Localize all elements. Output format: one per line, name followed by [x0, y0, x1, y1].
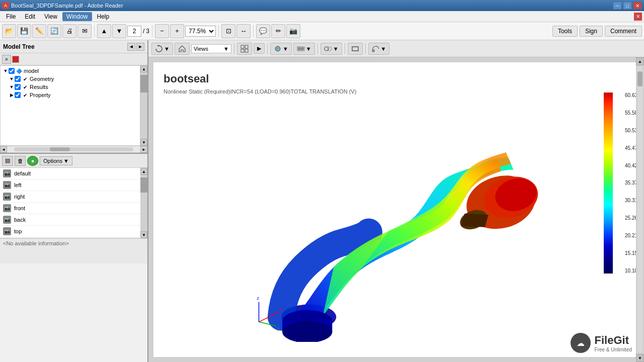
edit-button[interactable]: ✏️ — [32, 24, 46, 38]
tree-collapse-button[interactable]: ◄ — [127, 43, 135, 51]
tree-expand-geometry[interactable]: ▼ — [9, 76, 15, 82]
snapshot-button[interactable]: 📷 — [286, 24, 300, 38]
refresh-button[interactable]: 🔄 — [47, 24, 61, 38]
view-icon-right: 📷 — [3, 193, 11, 201]
rotate-tool-button[interactable]: ▼ — [151, 43, 173, 55]
rect-button[interactable] — [348, 43, 363, 55]
tree-label-model: model — [24, 68, 39, 74]
tree-item-property[interactable]: ▶ ✔ Property — [2, 91, 139, 99]
views-dropdown[interactable]: Views ▼ — [191, 44, 231, 53]
paint-button[interactable]: ▼ — [368, 43, 390, 55]
view-icon-default: 📷 — [3, 169, 11, 177]
add-view-button[interactable]: ▤ — [2, 156, 13, 166]
print-button[interactable]: 🖨 — [62, 24, 76, 38]
color-label-4: 40.424942 — [614, 163, 639, 168]
tree-item-geometry[interactable]: ▼ ✔ Geometry — [2, 75, 139, 83]
view-item-top[interactable]: 📷 top — [0, 226, 140, 237]
tree-scroll-up[interactable]: ▲ — [140, 65, 147, 72]
fit-width-button[interactable]: ↔ — [236, 24, 251, 38]
open-button[interactable]: 📂 — [2, 24, 16, 38]
svg-rect-12 — [372, 50, 374, 52]
shapes-icon — [274, 45, 282, 53]
zoom-out-button[interactable]: − — [155, 24, 169, 38]
next-page-button[interactable]: ▼ — [112, 24, 126, 38]
tools-button[interactable]: Tools — [552, 26, 578, 37]
comment-button[interactable]: 💬 — [256, 24, 270, 38]
comment-tool-button[interactable]: Comment — [605, 26, 642, 37]
scroll-right-arrow[interactable]: ► — [140, 146, 147, 153]
page-separator: / — [143, 28, 144, 35]
menu-window[interactable]: Window — [62, 12, 92, 21]
tree-scroll-down[interactable]: ▼ — [140, 139, 147, 146]
home-button[interactable] — [175, 43, 190, 55]
model-view[interactable]: x z y — [169, 93, 599, 342]
close-button[interactable]: ✕ — [633, 2, 642, 10]
menu-file[interactable]: File — [2, 12, 20, 21]
views-list-container: 📷 default 📷 left 📷 right 📷 front — [0, 168, 147, 238]
filegit-logo: ☁ — [571, 333, 591, 353]
scroll-up-button[interactable]: ▲ — [636, 57, 644, 65]
view-item-front[interactable]: 📷 front — [0, 203, 140, 214]
filter-button[interactable]: ▼ — [320, 43, 342, 55]
tree-expand-results[interactable]: ▼ — [9, 84, 15, 90]
tree-expand-button[interactable]: ► — [136, 43, 144, 51]
tree-item-results[interactable]: ▼ ✔ Results — [2, 83, 139, 91]
highlight-button[interactable]: ✏ — [271, 24, 285, 38]
zoom-select[interactable]: 77.5% 100% 125% 150% — [185, 26, 216, 37]
rotate-dropdown-icon: ▼ — [164, 46, 170, 52]
group-button[interactable]: ▼ — [293, 43, 315, 55]
views-scroll-down[interactable]: ▼ — [140, 231, 147, 238]
maximize-button[interactable]: □ — [623, 2, 632, 10]
prev-page-button[interactable]: ▲ — [97, 24, 111, 38]
tree-check-results[interactable] — [15, 84, 21, 90]
minimize-button[interactable]: ─ — [613, 2, 622, 10]
scroll-down-button[interactable]: ▼ — [636, 354, 644, 362]
view-item-left[interactable]: 📷 left — [0, 179, 140, 191]
options-dropdown[interactable]: Options ▼ — [40, 156, 72, 165]
page-number-input[interactable] — [127, 26, 141, 37]
scroll-left-arrow[interactable]: ◄ — [0, 146, 7, 153]
tree-vertical-scroll[interactable]: ▲ ▼ — [140, 65, 147, 146]
zoom-in-button[interactable]: + — [170, 24, 184, 38]
toolbar-3d: ▼ Views ▼ ▶ — [148, 40, 644, 57]
grid-icon — [240, 45, 249, 53]
menu-edit[interactable]: Edit — [21, 12, 39, 21]
views-vertical-scroll[interactable]: ▲ ▼ — [140, 168, 147, 238]
sign-button[interactable]: Sign — [580, 26, 603, 37]
main-toolbar: 📂 💾 ✏️ 🔄 🖨 ✉ ▲ ▼ / 3 − + 77.5% 100% 125%… — [0, 22, 644, 40]
tree-check-geometry[interactable] — [15, 76, 21, 82]
filter-dropdown-icon: ▼ — [333, 46, 339, 52]
view-item-right[interactable]: 📷 right — [0, 191, 140, 203]
shapes-button[interactable]: ▼ — [270, 43, 292, 55]
tree-expand-property[interactable]: ▶ — [9, 92, 15, 98]
tree-tb-view-button[interactable]: ≡ — [2, 55, 11, 64]
grid-button[interactable] — [237, 43, 252, 55]
delete-view-button[interactable]: 🗑 — [15, 156, 26, 166]
window-controls[interactable]: ─ □ ✕ — [613, 2, 642, 10]
color-swatch[interactable] — [12, 56, 19, 63]
scroll-track-v — [637, 66, 642, 353]
options-label: Options — [43, 158, 62, 164]
play-button[interactable]: ▶ — [254, 43, 265, 54]
svg-point-5 — [275, 46, 280, 51]
color-label-5: 35.371822 — [614, 180, 639, 186]
email-button[interactable]: ✉ — [77, 24, 92, 38]
paint-icon — [372, 45, 380, 53]
content-area: ▼ Views ▼ ▶ — [148, 40, 644, 362]
menu-close-button[interactable]: ✕ — [634, 13, 642, 21]
tree-expand-model[interactable]: ▼ — [3, 68, 9, 74]
viewport-scroll-right[interactable]: ▲ ▼ — [636, 57, 644, 362]
tree-check-model[interactable] — [9, 68, 15, 74]
views-dropdown-label: Views — [194, 46, 208, 52]
active-view-button[interactable]: ● — [27, 156, 38, 166]
menu-view[interactable]: View — [40, 12, 61, 21]
view-item-back[interactable]: 📷 back — [0, 214, 140, 226]
tree-check-property[interactable] — [15, 92, 21, 98]
save-button[interactable]: 💾 — [17, 24, 31, 38]
views-scroll-up[interactable]: ▲ — [140, 168, 147, 175]
fit-page-button[interactable]: ⊡ — [221, 24, 235, 38]
menu-help[interactable]: Help — [93, 12, 114, 21]
3d-separator-4 — [345, 43, 345, 54]
view-item-default[interactable]: 📷 default — [0, 168, 140, 179]
tree-item-model[interactable]: ▼ 🔷 model — [2, 67, 139, 75]
